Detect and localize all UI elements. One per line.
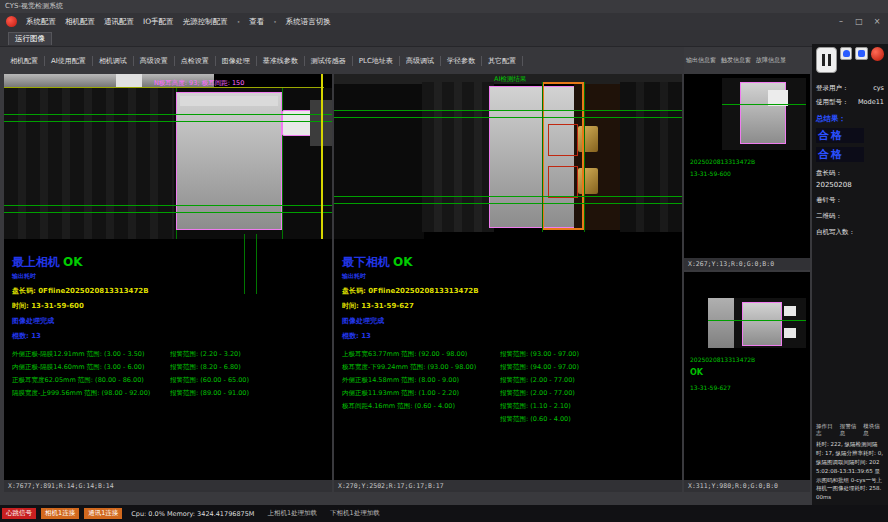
measure-line (4, 114, 332, 115)
side-time-text: 13-31-59-627 (690, 384, 731, 391)
alarm-range: 报警范围: (2.00 - 77.00) (500, 389, 680, 402)
log-tab-operation[interactable]: 操作日志 (816, 423, 837, 437)
measurement-value: 外侧正极-隔膜12.91mm 范围: (3.00 - 3.50) (12, 350, 170, 363)
camera-result-title: 最下相机 (342, 255, 390, 269)
overlay-measure-label: N极耳高度: 93; 极耳间距: 150 (154, 79, 244, 88)
measurement-value: 极耳宽度-下99.24mm 范围: (93.00 - 98.00) (342, 363, 500, 376)
user-icon-button[interactable] (840, 47, 852, 60)
toolbar-camera-debug[interactable]: 相机调试 (93, 56, 134, 66)
info-label-trigger[interactable]: 触发信息窗 (721, 56, 751, 65)
model-value: Mode11 (858, 98, 884, 107)
menu-item-io-config[interactable]: IO手配置 (143, 17, 174, 27)
menu-item-light-config[interactable]: 光源控制配置 (183, 17, 228, 27)
measurement-row: 上极耳宽63.77mm 范围: (92.00 - 98.00)报警范围: (93… (342, 350, 680, 363)
toolbar-advanced-debug[interactable]: 高级调试 (400, 56, 441, 66)
menu-item-system-config[interactable]: 系统配置 (26, 17, 56, 27)
measurement-row: 外侧正极14.58mm 范围: (8.00 - 9.00)报警范围: (2.00… (342, 376, 680, 389)
toolbar-baseline-params[interactable]: 基准线参数 (257, 56, 305, 66)
measure-line (334, 117, 682, 118)
scene-detail (784, 306, 796, 316)
toolbar-camera-config[interactable]: 相机配置 (4, 56, 45, 66)
battery-cell-overlay (176, 92, 282, 230)
alarm-range: 报警范围: (1.10 - 2.10) (500, 402, 680, 415)
scene-detail (334, 84, 424, 239)
pause-icon (828, 54, 831, 66)
camera-result-title: 最上相机 (12, 255, 60, 269)
measurement-value: 正极耳宽度62.05mm 范围: (80.00 - 86.00) (12, 376, 170, 389)
log-tab-alarm[interactable]: 报警信息 (840, 423, 861, 437)
coordinate-bar-side-top: X:267;Y:13;R:0;G:0;B:0 (684, 258, 810, 270)
pause-icon (822, 54, 825, 66)
measure-line (334, 203, 682, 204)
minimize-button[interactable]: – (836, 17, 846, 26)
measure-line (4, 121, 332, 122)
toolbar-sensor-test[interactable]: 测试传感器 (305, 56, 353, 66)
scene-detail (116, 74, 142, 87)
side-image-top[interactable]: 2025020813313472B 13-31-59-600 (684, 74, 810, 258)
lock-icon-button[interactable] (855, 47, 867, 60)
camera-image-upper[interactable]: N极耳高度: 93; 极耳间距: 150 最上相机OK 输出耗时 盘长码: 0F… (4, 74, 332, 480)
maximize-button[interactable]: □ (854, 17, 864, 26)
toolbar-spotcheck-settings[interactable]: 点检设置 (175, 56, 216, 66)
ai-result-label: AI检测结果 (494, 75, 526, 84)
alarm-range: 报警范围: (2.00 - 77.00) (500, 376, 680, 389)
scene-detail (180, 96, 278, 106)
menu-item-comm-config[interactable]: 通讯配置 (104, 17, 134, 27)
log-tab-module[interactable]: 模块信息 (863, 423, 884, 437)
control-panel: 登录用户： cys 使用型号： Mode11 总结果： 合格 合格 盘长码： 2… (812, 44, 888, 505)
result-badge-upper: 合格 (816, 128, 864, 143)
toolbar-image-processing[interactable]: 图像处理 (216, 56, 257, 66)
result-line: 最上相机OK (12, 254, 330, 271)
coordinate-bar-upper: X:7677;Y:891;R:14;G:14;B:14 (4, 480, 332, 492)
toolbar-other-config[interactable]: 其它配置 (482, 56, 523, 66)
menu-item-view[interactable]: 查看 (249, 17, 264, 27)
menu-item-camera-config[interactable]: 相机配置 (65, 17, 95, 27)
menu-separator-dot: • (273, 18, 277, 25)
result-ok-badge: OK (393, 255, 413, 269)
control-buttons-row (816, 47, 884, 79)
pause-button[interactable] (816, 47, 837, 73)
coordinate-bar-side-bottom: X:311;Y:980;R:0;G:0;B:0 (684, 480, 810, 492)
measure-line (722, 104, 806, 105)
scene-detail (4, 88, 176, 239)
measure-line (4, 212, 332, 213)
tab-bar: 运行图像 (0, 30, 888, 47)
info-label-output[interactable]: 输出信息窗 (686, 56, 716, 65)
camera-image-lower[interactable]: AI检测结果 最下相机OK 输出耗时 盘长码: 0Ffiine202502081… (334, 74, 682, 480)
side-barcode-text: 2025020813313472B (690, 158, 755, 165)
measurement-row: 正极耳宽度62.05mm 范围: (80.00 - 86.00)报警范围: (6… (12, 376, 330, 389)
info-label-fault[interactable]: 故障信息显 (756, 56, 786, 65)
cpu-memory-text: Cpu: 0.0% Memory: 3424.41796875M (131, 510, 254, 518)
measure-line (334, 196, 682, 197)
scene-detail (784, 328, 796, 338)
ai-defect-box (548, 166, 578, 198)
close-button[interactable]: × (872, 17, 882, 26)
toolbar-plc-address[interactable]: PLC地址表 (353, 56, 400, 66)
barcode-text: 盘长码: 0Ffiine2025020813313472B (342, 286, 680, 296)
menu-item-language-switch[interactable]: 系统语言切换 (286, 17, 331, 27)
window-controls: – □ × (836, 17, 882, 26)
measurement-value: 内侧正极-隔膜14.60mm 范围: (3.00 - 6.00) (12, 363, 170, 376)
toolbar-path-params[interactable]: 学径参数 (441, 56, 482, 66)
count-text: 棍数: 13 (342, 331, 680, 341)
titlebar: CYS-视觉检测系统 (0, 0, 888, 13)
toolbar-advanced-settings[interactable]: 高级设置 (134, 56, 175, 66)
camera-panel-upper: N极耳高度: 93; 极耳间距: 150 最上相机OK 输出耗时 盘长码: 0F… (4, 74, 332, 492)
side-image-bottom[interactable]: 2025020813313472B OK 13-31-59-627 (684, 272, 810, 480)
scene-detail (620, 82, 682, 232)
user-icon (843, 50, 850, 57)
app-logo-icon (6, 16, 17, 27)
alarm-range: 报警范围: (0.60 - 4.00) (500, 415, 680, 428)
measurement-row: 隔膜宽度-上999.56mm 范围: (98.00 - 92.00)报警范围: … (12, 389, 330, 402)
toolbar-ai-config[interactable]: AI使用配置 (45, 56, 93, 66)
output-time-label: 输出耗时 (342, 272, 680, 281)
time-text: 时间: 13-31-59-600 (12, 301, 330, 311)
menu-separator-dot: • (237, 18, 241, 25)
total-result-label: 总结果： (816, 114, 884, 124)
result-text-block-lower: 最下相机OK 输出耗时 盘长码: 0Ffiine2025020813313472… (342, 254, 680, 428)
side-view-bottom: 2025020813313472B OK 13-31-59-627 X:311;… (684, 272, 810, 492)
tab-run-image[interactable]: 运行图像 (8, 32, 52, 45)
menubar: 系统配置 相机配置 通讯配置 IO手配置 光源控制配置 • 查看 • 系统语言切… (0, 13, 888, 30)
model-field: 使用型号： Mode11 (816, 98, 884, 107)
scene-detail (422, 82, 494, 232)
